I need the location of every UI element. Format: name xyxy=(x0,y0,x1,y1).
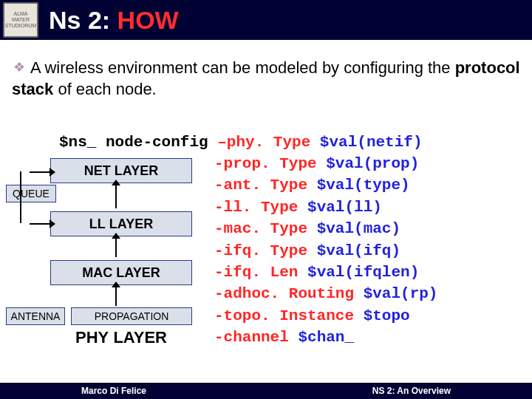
bullet-pre: A wireless environment can be modeled by… xyxy=(27,58,455,77)
code-flag: -mac. Type xyxy=(214,220,307,237)
slide-title: Ns 2: HOW xyxy=(49,6,179,35)
arrow-icon xyxy=(30,223,50,225)
title-highlight: HOW xyxy=(117,6,179,34)
code-cmd: $ns_ node-config xyxy=(59,134,208,151)
code-flag: -ll. Type xyxy=(214,199,298,216)
protocol-stack-diagram: NET LAYER QUEUE LL LAYER MAC LAYER ANTEN… xyxy=(6,152,205,366)
title-bar: ALMA MATER STUDIORUM Ns 2: HOW xyxy=(0,0,532,40)
diamond-bullet-icon: ❖ xyxy=(12,59,27,76)
mac-layer-box: MAC LAYER xyxy=(50,260,192,285)
code-arg-netif: $val(netif) xyxy=(310,134,422,151)
code-arg: $val(rp) xyxy=(354,285,437,302)
footer-author: Marco Di Felice xyxy=(81,386,146,396)
code-arg: $val(type) xyxy=(307,177,410,194)
arrow-icon xyxy=(115,185,117,208)
code-arg: $val(ifq) xyxy=(307,242,400,259)
content-area: ❖ A wireless environment can be modeled … xyxy=(0,40,532,100)
queue-box: QUEUE xyxy=(6,185,56,202)
code-arg: $chan_ xyxy=(289,329,354,346)
bullet-post: of each node. xyxy=(53,80,156,98)
connector-line xyxy=(20,171,21,223)
code-arg: $val(mac) xyxy=(307,220,400,237)
code-flag: -prop. Type xyxy=(214,155,317,172)
antenna-box: ANTENNA xyxy=(6,307,65,325)
code-flag-phy: –phy. Type xyxy=(208,134,311,151)
code-arg: $val(ll) xyxy=(298,199,381,216)
code-flag: -ant. Type xyxy=(214,177,307,194)
ll-layer-box: LL LAYER xyxy=(50,211,192,236)
code-flag: -ifq. Type xyxy=(214,242,307,259)
arrow-icon xyxy=(30,171,50,173)
code-arg: $val(prop) xyxy=(317,155,420,172)
bullet-paragraph: ❖ A wireless environment can be modeled … xyxy=(12,58,520,100)
phy-layer-box: PHY LAYER xyxy=(50,325,192,350)
footer-bar: Marco Di Felice NS 2: An Overview xyxy=(0,383,532,399)
title-prefix: Ns 2: xyxy=(49,6,117,34)
net-layer-box: NET LAYER xyxy=(50,158,192,183)
code-line-1: $ns_ node-config –phy. Type $val(netif) xyxy=(59,132,423,153)
code-flag: -topo. Instance xyxy=(214,307,354,324)
code-flag: -ifq. Len xyxy=(214,264,298,281)
code-arg: $topo xyxy=(354,307,410,324)
propagation-box: PROPAGATION xyxy=(71,307,192,325)
code-flag: -channel xyxy=(214,329,289,346)
arrow-icon xyxy=(115,287,117,306)
code-arg: $val(ifqlen) xyxy=(298,264,419,281)
footer-title: NS 2: An Overview xyxy=(372,386,451,396)
arrow-icon xyxy=(115,238,117,257)
code-flag: -adhoc. Routing xyxy=(214,285,354,302)
university-seal-icon: ALMA MATER STUDIORUM xyxy=(3,2,38,38)
code-rest: -prop. Type $val(prop) -ant. Type $val(t… xyxy=(214,153,437,349)
diagram-area: $ns_ node-config –phy. Type $val(netif) … xyxy=(0,132,532,368)
